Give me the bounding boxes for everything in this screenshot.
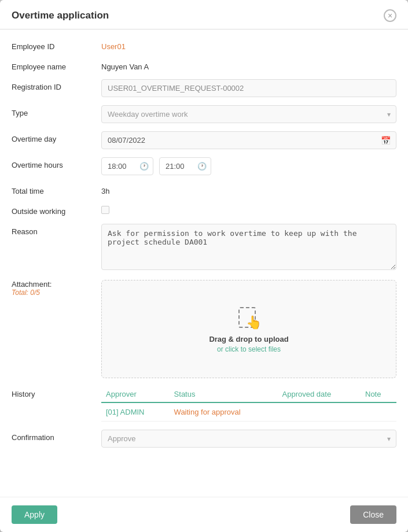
modal-header: Overtime application × [0,0,408,29]
table-row: [01] ADMIN Waiting for approval [101,402,396,422]
employee-id-value: User01 [101,39,396,51]
history-status-cell: Waiting for approval [170,402,278,422]
upload-sub-select: to select files [241,345,281,353]
registration-id-label: Registration ID [12,79,101,91]
end-time-wrapper: 🕐 [159,157,211,175]
upload-icon: 👆 [236,305,262,330]
history-row: History Approver Status Approved date No… [12,386,396,422]
history-note-cell [361,402,396,422]
clock-end-icon: 🕐 [197,162,207,171]
employee-id-label: Employee ID [12,39,101,51]
confirmation-row: Confirmation Approve ▾ [12,430,396,448]
overtime-application-modal: Overtime application × Employee ID User0… [0,0,408,532]
type-row: Type Weekday overtime work ▾ [12,105,396,123]
hand-icon: 👆 [246,315,262,330]
apply-button[interactable]: Apply [12,505,57,524]
total-time-label: Total time [12,183,101,195]
registration-id-row: Registration ID [12,79,396,97]
total-time-row: Total time 3h [12,183,396,195]
type-label: Type [12,105,101,117]
upload-icon-inner: 👆 [236,305,262,330]
reason-textarea[interactable]: Ask for permission to work overtime to k… [101,224,396,270]
attachment-label: Attachment: Total: 0/5 [12,280,101,297]
history-approver-cell: [01] ADMIN [101,402,170,422]
overtime-hours-label: Overtime hours [12,157,101,169]
outside-working-row: Outside working [12,204,396,216]
type-field: Weekday overtime work ▾ [101,105,396,123]
overtime-hours-row: Overtime hours 🕐 🕐 [12,157,396,175]
employee-id-row: Employee ID User01 [12,39,396,51]
history-label: History [12,386,101,398]
upload-area[interactable]: 👆 Drag & drop to upload or click to sele… [101,280,396,378]
outside-working-field [101,204,109,214]
attachment-sub-text: Total: 0/5 [12,289,101,297]
upload-sub-text: or click to select files [217,345,281,353]
overtime-day-input[interactable] [101,131,396,149]
confirmation-label: Confirmation [12,430,101,442]
upload-sub-or: or click [217,345,238,353]
history-col-approver: Approver [101,386,170,402]
employee-name-row: Employee name Nguyen Van A [12,59,396,71]
modal-footer: Apply Close [0,497,408,532]
history-table-header: Approver Status Approved date Note [101,386,396,402]
outside-working-label: Outside working [12,204,101,216]
type-select[interactable]: Weekday overtime work [101,105,396,123]
upload-main-text: Drag & drop to upload [209,335,288,343]
attachment-label-text: Attachment: [12,280,101,289]
history-table: Approver Status Approved date Note [01] … [101,386,396,422]
clock-start-icon: 🕐 [139,162,149,171]
confirmation-section: Confirmation Approve ▾ [12,430,396,448]
confirmation-field: Approve ▾ [101,430,396,448]
modal-body: Employee ID User01 Employee name Nguyen … [0,29,408,497]
history-section: History Approver Status Approved date No… [12,386,396,422]
overtime-day-label: Overtime day [12,131,101,143]
time-row: 🕐 🕐 [101,157,396,175]
employee-name-label: Employee name [12,59,101,71]
history-col-approved-date: Approved date [278,386,361,402]
date-wrapper: 📅 [101,131,396,149]
history-table-body: [01] ADMIN Waiting for approval [101,402,396,422]
outside-working-checkbox[interactable] [101,206,109,214]
registration-id-field [101,79,396,97]
close-icon: × [388,12,392,20]
confirmation-select-wrapper: Approve ▾ [101,430,396,448]
overtime-day-row: Overtime day 📅 [12,131,396,149]
history-approved-date-cell [278,402,361,422]
total-time-value: 3h [101,183,109,195]
modal-close-button[interactable]: × [384,9,396,22]
modal-title: Overtime application [12,10,109,21]
history-col-note: Note [361,386,396,402]
close-button[interactable]: Close [350,505,396,524]
type-select-wrapper: Weekday overtime work ▾ [101,105,396,123]
history-col-status: Status [170,386,278,402]
start-time-wrapper: 🕐 [101,157,153,175]
overtime-hours-field: 🕐 🕐 [101,157,396,175]
overtime-day-field: 📅 [101,131,396,149]
reason-row: Reason Ask for permission to work overti… [12,224,396,272]
attachment-header: Attachment: Total: 0/5 👆 Drag & drop to … [12,280,396,378]
attachment-section: Attachment: Total: 0/5 👆 Drag & drop to … [12,280,396,378]
confirmation-select[interactable]: Approve [101,430,396,448]
employee-name-value: Nguyen Van A [101,59,396,71]
reason-field: Ask for permission to work overtime to k… [101,224,396,272]
reason-label: Reason [12,224,101,236]
registration-id-input [101,79,396,97]
